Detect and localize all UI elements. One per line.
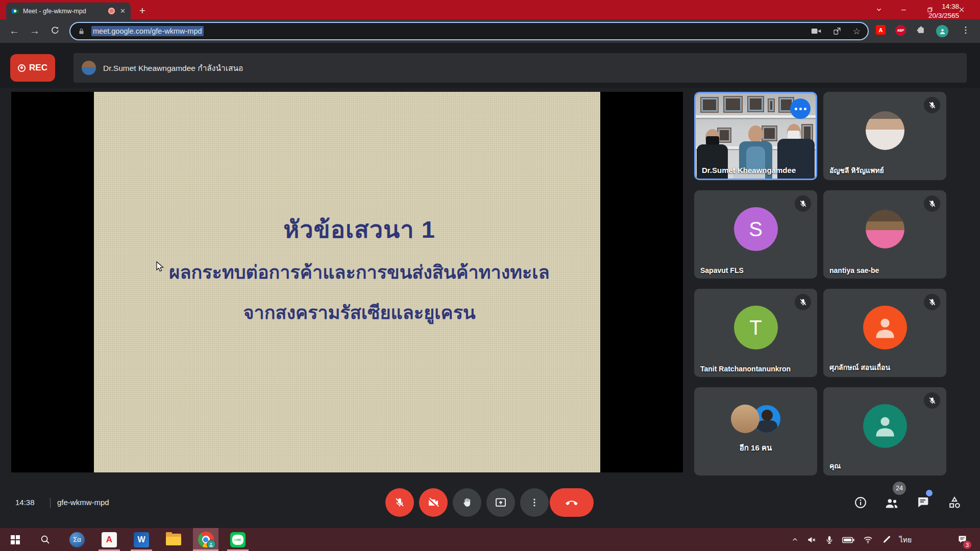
meeting-code: gfe-wkmw-mpd [57, 498, 109, 507]
participant-name: คุณ [829, 460, 841, 471]
camera-button[interactable] [419, 488, 448, 517]
meet-favicon [11, 7, 19, 15]
end-call-button[interactable] [550, 488, 594, 517]
acrobat-extension-icon[interactable]: A [876, 25, 886, 35]
chat-icon[interactable] [916, 495, 932, 511]
participant-name: ศุภลักษณ์ สอนเถื่อน [829, 362, 890, 373]
participant-avatar: S [734, 207, 778, 251]
tile-dr-sumet[interactable]: Dr.Sumet Kheawngamdee [694, 92, 817, 180]
mic-muted-icon [924, 195, 940, 212]
chat-notification-dot [926, 490, 933, 496]
slide-line-2: จากสงครามรัสเซียและยูเครน [94, 298, 600, 327]
tray-wifi-icon[interactable] [860, 528, 876, 551]
taskbar-line-icon[interactable]: LINE [225, 528, 251, 551]
tray-microphone-icon[interactable] [822, 528, 837, 551]
tile-nantiya[interactable]: nantiya sae-be [823, 190, 946, 279]
raise-hand-button[interactable] [453, 488, 481, 517]
participant-name: อัญชลี หิรัญแพทย์ [829, 165, 884, 176]
mic-muted-icon [924, 97, 940, 113]
tile-tanit[interactable]: T Tanit Ratchanontanunkron [694, 289, 817, 377]
reload-button[interactable] [50, 26, 60, 35]
presenting-text: Dr.Sumet Kheawngamdee กำลังนำเสนอ [103, 62, 243, 74]
present-screen-button[interactable] [486, 488, 515, 517]
participant-avatar [863, 306, 907, 349]
presenter-avatar [82, 61, 96, 75]
meeting-info-icon[interactable] [853, 495, 869, 511]
bookmark-star-icon[interactable]: ☆ [853, 26, 861, 37]
browser-menu-icon[interactable] [961, 25, 971, 35]
participants-icon[interactable] [884, 495, 899, 511]
tray-time: 14:38 [916, 2, 959, 11]
slide-title: หัวข้อเสวนา 1 [94, 210, 600, 248]
recording-badge: REC [10, 54, 55, 82]
tile-supaluck[interactable]: ศุภลักษณ์ สอนเถื่อน [823, 289, 946, 377]
participant-avatar [866, 111, 904, 150]
mic-muted-icon [795, 195, 811, 212]
overflow-avatars [731, 405, 781, 433]
url-text: meet.google.com/gfe-wkmw-mpd [91, 26, 204, 36]
tray-volume-muted-icon[interactable] [804, 528, 820, 551]
tile-more-participants[interactable]: อีก 16 คน [694, 387, 817, 475]
tray-battery-icon[interactable] [840, 528, 857, 551]
participants-grid: Dr.Sumet Kheawngamdee อัญชลี หิรัญแพทย์ … [694, 92, 946, 475]
tab-recording-icon [108, 8, 115, 14]
new-tab-button[interactable]: + [136, 4, 149, 17]
participant-name: Sapavut FLS [700, 266, 744, 274]
window-minimize-button[interactable] [892, 0, 915, 19]
participant-name: Dr.Sumet Kheawngamdee [702, 166, 796, 174]
taskbar-spss-icon[interactable]: Σα [64, 528, 90, 551]
taskbar-acrobat-icon[interactable]: A [96, 528, 122, 551]
notification-count-badge: 3 [963, 540, 972, 549]
forward-button[interactable]: → [30, 25, 40, 36]
tile-you[interactable]: คุณ [823, 387, 946, 475]
participant-name: อีก 16 คน [694, 442, 817, 454]
presenting-banner: Dr.Sumet Kheawngamdee กำลังนำเสนอ [74, 53, 967, 83]
tray-language-indicator[interactable]: ไทย [896, 528, 915, 551]
mouse-cursor [156, 261, 165, 272]
taskbar-explorer-icon[interactable] [161, 528, 186, 551]
more-options-button[interactable] [520, 488, 549, 517]
mic-muted-icon [795, 294, 811, 310]
participant-name: nantiya sae-be [829, 266, 879, 274]
adblock-extension-icon[interactable]: ABP [895, 25, 906, 36]
tab-close-icon[interactable]: ✕ [120, 7, 126, 15]
mic-muted-icon [924, 294, 940, 310]
taskbar-search-icon[interactable] [33, 528, 58, 551]
participant-count-badge: 24 [893, 482, 906, 495]
meeting-time: 14:38 [15, 498, 35, 507]
participant-avatar: T [734, 306, 778, 349]
participant-name: Tanit Ratchanontanunkron [700, 365, 791, 373]
presentation-stage: หัวข้อเสวนา 1 ผลกระทบต่อการค้าและการขนส่… [11, 92, 683, 472]
divider [50, 498, 51, 508]
browser-titlebar: Meet - gfe-wkmw-mpd ✕ + [0, 0, 980, 19]
tile-sapavut[interactable]: S Sapavut FLS [694, 190, 817, 279]
participant-avatar [863, 404, 907, 448]
participant-avatar [866, 210, 904, 248]
slide-line-1: ผลกระทบต่อการค้าและการขนส่งสินค้าทางทะเล [94, 258, 600, 287]
profile-avatar[interactable] [936, 25, 948, 37]
share-icon[interactable] [832, 27, 842, 36]
back-button[interactable]: ← [9, 25, 19, 36]
tile-options-button[interactable] [790, 98, 811, 119]
tray-date: 20/3/2565 [916, 11, 959, 20]
address-bar[interactable]: meet.google.com/gfe-wkmw-mpd ☆ [69, 22, 869, 40]
tray-clock[interactable]: 14:38 20/3/2565 [916, 2, 959, 20]
tray-pen-icon[interactable] [878, 528, 895, 551]
window-menu-chevron[interactable] [868, 0, 890, 19]
windows-taskbar: Σα A W LINE [0, 528, 980, 551]
start-button[interactable] [3, 528, 28, 551]
record-icon [18, 64, 26, 72]
tab-title: Meet - gfe-wkmw-mpd [23, 8, 108, 15]
activities-icon[interactable] [947, 495, 963, 511]
presentation-slide: หัวข้อเสวนา 1 ผลกระทบต่อการค้าและการขนส่… [94, 92, 600, 472]
tray-hidden-icons-chevron[interactable] [787, 528, 802, 551]
lock-icon [78, 28, 85, 35]
camera-media-icon[interactable] [811, 27, 821, 35]
mic-muted-icon [924, 392, 940, 409]
browser-tab[interactable]: Meet - gfe-wkmw-mpd ✕ [6, 3, 131, 19]
taskbar-chrome-icon[interactable] [193, 528, 218, 551]
tile-anchalee[interactable]: อัญชลี หิรัญแพทย์ [823, 92, 946, 180]
mic-button[interactable] [385, 488, 414, 517]
extensions-puzzle-icon[interactable] [916, 25, 926, 35]
taskbar-word-icon[interactable]: W [129, 528, 154, 551]
